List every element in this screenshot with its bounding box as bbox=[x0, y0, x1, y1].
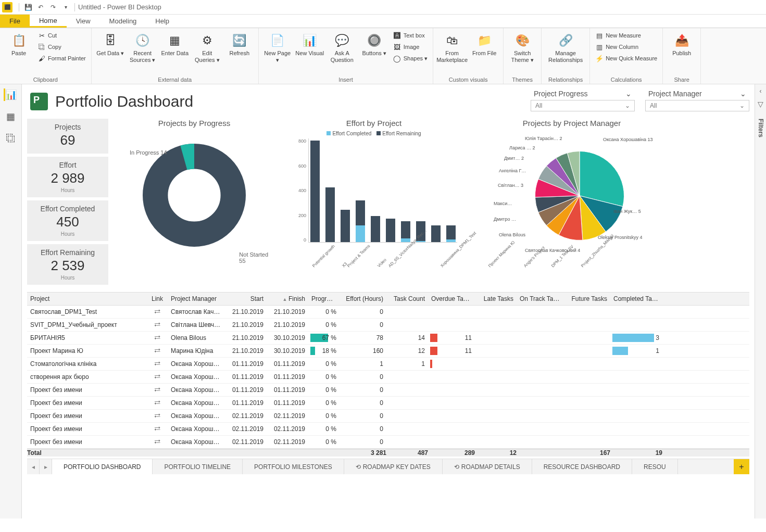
chart-effort-by-project[interactable]: Effort by Project Effort Completed Effor… bbox=[280, 119, 468, 285]
bar-column[interactable] bbox=[339, 210, 351, 243]
col-taskcount[interactable]: Task Count bbox=[386, 293, 428, 305]
ask-question-button[interactable]: 💬Ask A Question bbox=[328, 30, 357, 63]
tab-view[interactable]: View bbox=[67, 15, 100, 28]
new-page-button[interactable]: 📄New Page ▾ bbox=[263, 30, 292, 63]
page-tab-roadmap-details[interactable]: ⟲ROADMAP DETAILS bbox=[443, 459, 532, 474]
report-view-icon[interactable]: 📊 bbox=[4, 88, 16, 101]
table-row[interactable]: БРИТАНІЯ5⮂Olena Bilous21.10.201930.10.20… bbox=[27, 332, 749, 345]
paste-button[interactable]: 📋 Paste bbox=[4, 30, 33, 57]
cell-link[interactable]: ⮂ bbox=[147, 410, 168, 422]
cell-link[interactable]: ⮂ bbox=[147, 423, 168, 435]
slicer-pm-dropdown[interactable]: All⌄ bbox=[645, 100, 749, 111]
data-view-icon[interactable]: ▦ bbox=[5, 110, 17, 123]
redo-icon[interactable]: ↷ bbox=[47, 2, 59, 13]
buttons-button[interactable]: 🔘Buttons ▾ bbox=[360, 30, 389, 57]
qat-dropdown-icon[interactable]: ▾ bbox=[60, 2, 71, 13]
slicer-project-manager[interactable]: Project Manager⌄ All⌄ bbox=[645, 87, 749, 111]
new-measure-button[interactable]: ▤New Measure bbox=[594, 30, 658, 41]
kpi-effort-completed[interactable]: Effort Completed 450 Hours bbox=[27, 200, 108, 241]
tab-help[interactable]: Help bbox=[146, 15, 179, 28]
filters-pane-collapsed[interactable]: ‹ ▽ Filters bbox=[755, 84, 766, 518]
kpi-effort[interactable]: Effort 2 989 Hours bbox=[27, 157, 108, 197]
kpi-projects[interactable]: Projects 69 bbox=[27, 119, 108, 154]
link-icon[interactable]: ⮂ bbox=[154, 308, 160, 315]
enter-data-button[interactable]: ▦Enter Data bbox=[160, 30, 190, 57]
kpi-effort-remaining[interactable]: Effort Remaining 2 539 Hours bbox=[27, 244, 108, 285]
page-tab-portfolio-dashboard[interactable]: PORTFOLIO DASHBOARD bbox=[52, 459, 153, 474]
manage-relationships-button[interactable]: 🔗Manage Relationships bbox=[546, 30, 585, 63]
edit-queries-button[interactable]: ⚙Edit Queries ▾ bbox=[193, 30, 222, 63]
cell-link[interactable]: ⮂ bbox=[147, 384, 168, 396]
col-start[interactable]: Start bbox=[225, 293, 267, 305]
col-effort[interactable]: Effort (Hours) bbox=[340, 293, 386, 305]
col-ontrack[interactable]: On Track Tasks bbox=[517, 293, 563, 305]
table-row[interactable]: SVIT_DPM1_Учебный_проект⮂Світлана Шевче…… bbox=[27, 319, 749, 332]
bar-column[interactable] bbox=[309, 141, 321, 242]
bar-column[interactable] bbox=[400, 221, 412, 242]
table-row[interactable]: Проект без имени⮂Оксана Хороша…01.11.201… bbox=[27, 384, 749, 397]
tab-home[interactable]: Home bbox=[30, 15, 67, 28]
link-icon[interactable]: ⮂ bbox=[154, 321, 160, 328]
get-data-button[interactable]: 🗄Get Data ▾ bbox=[96, 30, 125, 57]
col-finish[interactable]: Finish bbox=[288, 295, 305, 302]
col-pm[interactable]: Project Manager bbox=[168, 293, 225, 305]
bar-column[interactable] bbox=[430, 225, 442, 243]
cell-link[interactable]: ⮂ bbox=[147, 332, 168, 344]
table-row[interactable]: Святослав_DPM1_Test⮂Святослав Кач…21.10.… bbox=[27, 306, 749, 319]
col-progress[interactable]: Progress bbox=[308, 293, 340, 305]
cell-link[interactable]: ⮂ bbox=[147, 371, 168, 383]
bar-column[interactable] bbox=[369, 216, 381, 242]
image-button[interactable]: 🖼Image bbox=[392, 42, 429, 52]
slicer-progress-dropdown[interactable]: All⌄ bbox=[531, 100, 635, 111]
add-page-button[interactable]: + bbox=[734, 459, 749, 474]
col-overdue[interactable]: Overdue Tasks bbox=[428, 293, 475, 305]
bar-column[interactable] bbox=[384, 219, 396, 242]
undo-icon[interactable]: ↶ bbox=[35, 2, 46, 13]
cell-link[interactable]: ⮂ bbox=[147, 397, 168, 409]
link-icon[interactable]: ⮂ bbox=[154, 334, 160, 341]
format-painter-button[interactable]: 🖌Format Painter bbox=[36, 53, 87, 64]
col-future[interactable]: Future Tasks bbox=[563, 293, 610, 305]
projects-table[interactable]: Project Link Project Manager Start ▲ Fin… bbox=[27, 292, 749, 457]
chart-projects-by-pm[interactable]: Projects by Project Manager Оксана Хорош… bbox=[473, 119, 671, 285]
tab-file[interactable]: File bbox=[0, 15, 30, 28]
tab-modeling[interactable]: Modeling bbox=[100, 15, 146, 28]
table-row[interactable]: Проект Марина Ю⮂Марина Юдіна21.10.201930… bbox=[27, 345, 749, 358]
from-marketplace-button[interactable]: 🛍From Marketplace bbox=[437, 30, 467, 63]
link-icon[interactable]: ⮂ bbox=[154, 386, 160, 394]
page-tab-roadmap-key-dates[interactable]: ⟲ROADMAP KEY DATES bbox=[344, 459, 443, 474]
chevron-left-icon[interactable]: ‹ bbox=[760, 87, 762, 95]
link-icon[interactable]: ⮂ bbox=[154, 360, 160, 368]
publish-button[interactable]: 📤Publish bbox=[667, 30, 696, 57]
report-canvas[interactable]: Project Progress⌄ All⌄ Project Manager⌄ … bbox=[22, 84, 755, 518]
slicer-project-progress[interactable]: Project Progress⌄ All⌄ bbox=[531, 87, 635, 111]
col-late[interactable]: Late Tasks bbox=[475, 293, 517, 305]
chevron-down-icon[interactable]: ⌄ bbox=[625, 90, 632, 98]
cell-link[interactable]: ⮂ bbox=[147, 306, 168, 318]
page-tab-resource-more[interactable]: RESOU bbox=[632, 459, 678, 474]
cut-button[interactable]: ✂Cut bbox=[36, 30, 87, 41]
link-icon[interactable]: ⮂ bbox=[154, 438, 160, 446]
cell-link[interactable]: ⮂ bbox=[147, 358, 168, 370]
cell-link[interactable]: ⮂ bbox=[147, 436, 168, 448]
table-row[interactable]: Проект без имени⮂Оксана Хороша…02.11.201… bbox=[27, 423, 749, 436]
link-icon[interactable]: ⮂ bbox=[154, 412, 160, 420]
page-tab-portfolio-milestones[interactable]: PORTFOLIO MILESTONES bbox=[243, 459, 344, 474]
bar-column[interactable] bbox=[354, 200, 366, 242]
col-link[interactable]: Link bbox=[147, 293, 168, 305]
chart-projects-by-progress[interactable]: Projects by Progress In Progress 14 Not … bbox=[114, 119, 275, 285]
bar-column[interactable] bbox=[324, 187, 336, 242]
table-row[interactable]: Проект без имени⮂Оксана Хороша…02.11.201… bbox=[27, 436, 749, 449]
save-icon[interactable]: 💾 bbox=[22, 2, 34, 13]
page-tab-resource-dashboard[interactable]: RESOURCE DASHBOARD bbox=[532, 459, 632, 474]
link-icon[interactable]: ⮂ bbox=[154, 425, 160, 433]
bar-column[interactable] bbox=[445, 225, 457, 243]
new-quick-measure-button[interactable]: ⚡New Quick Measure bbox=[594, 53, 658, 64]
table-row[interactable]: Проект без имени⮂Оксана Хороша…01.11.201… bbox=[27, 397, 749, 410]
copy-button[interactable]: ⿻Copy bbox=[36, 42, 87, 52]
cell-link[interactable]: ⮂ bbox=[147, 345, 168, 357]
link-icon[interactable]: ⮂ bbox=[154, 399, 160, 407]
new-visual-button[interactable]: 📊New Visual bbox=[295, 30, 324, 57]
cell-link[interactable]: ⮂ bbox=[147, 319, 168, 331]
textbox-button[interactable]: 🅰Text box bbox=[392, 30, 429, 41]
